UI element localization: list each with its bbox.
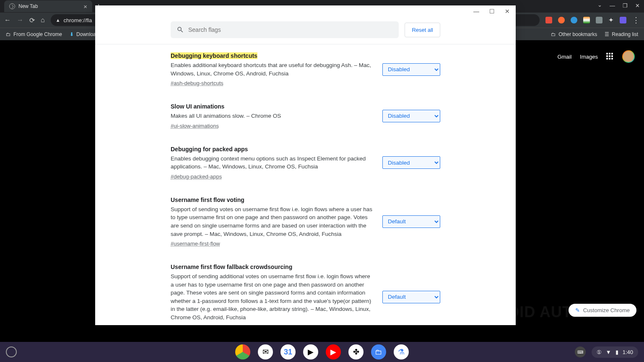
dropdown-icon[interactable]: ⌄ xyxy=(597,2,602,8)
panel-close-button[interactable]: ✕ xyxy=(503,7,512,16)
folder-icon: 🗀 xyxy=(6,31,11,37)
flag-select[interactable]: DefaultEnabledDisabled xyxy=(382,110,440,122)
search-box[interactable] xyxy=(171,21,399,38)
window-controls: ⌄ — ❐ ✕ xyxy=(597,3,640,9)
flag-control: DefaultEnabledDisabled xyxy=(382,103,440,129)
flag-description: Support of sending votes on username fir… xyxy=(171,205,372,238)
flag-text: Debugging keyboard shortcutsEnables addi… xyxy=(171,52,372,87)
flag-title: Debugging for packed apps xyxy=(171,146,248,153)
app-chrome[interactable] xyxy=(235,344,250,359)
app-youtube[interactable]: ▶ xyxy=(326,344,341,359)
flag-item: Username first flow fallback crowdsourci… xyxy=(171,263,440,325)
customize-chrome-button[interactable]: ✎ Customize Chrome xyxy=(569,304,636,317)
images-link[interactable]: Images xyxy=(580,54,598,60)
profile-avatar[interactable] xyxy=(622,50,635,63)
ext-icon-6[interactable] xyxy=(620,17,626,23)
flag-title: Username first flow fallback crowdsourci… xyxy=(171,264,292,270)
bookmark-label: From Google Chrome xyxy=(13,31,62,37)
nav-buttons: ← → ⟳ ⌂ xyxy=(4,16,45,24)
flag-hash-link[interactable]: #ui-slow-animations xyxy=(171,123,219,129)
flag-hash-link[interactable]: #username-first-flow-fallback-crowdsourc… xyxy=(171,324,277,325)
globe-icon xyxy=(9,3,15,9)
ext-icon-4[interactable] xyxy=(583,17,590,23)
flag-item: Username first flow votingSupport of sen… xyxy=(171,196,440,247)
close-window-button[interactable]: ✕ xyxy=(635,3,640,9)
bookmark-other[interactable]: 🗀 Other bookmarks xyxy=(551,31,597,37)
flag-item: Slow UI animationsMakes all UI animation… xyxy=(171,103,440,129)
reset-all-button[interactable]: Reset all xyxy=(405,23,440,37)
browser-tab[interactable]: New Tab × xyxy=(4,0,92,12)
folder-icon: 🗀 xyxy=(551,31,556,37)
search-icon xyxy=(177,26,184,34)
flag-item: Debugging keyboard shortcutsEnables addi… xyxy=(171,52,440,87)
bookmark-label: Reading list xyxy=(612,31,638,37)
back-button[interactable]: ← xyxy=(4,16,11,24)
app-photos[interactable]: ✤ xyxy=(348,344,364,359)
battery-icon: ▮ xyxy=(615,349,618,355)
flag-control: DefaultEnabledDisabled xyxy=(382,145,440,180)
flag-description: Makes all UI animations slow. – Chrome O… xyxy=(171,112,372,120)
app-flask[interactable]: ⚗ xyxy=(394,344,409,359)
flag-select[interactable]: DefaultEnabledDisabled xyxy=(382,156,440,169)
flag-description: Enables additional keyboard shortcuts th… xyxy=(171,61,372,78)
tab-close-button[interactable]: × xyxy=(83,3,87,10)
app-gmail[interactable]: ✉ xyxy=(258,344,273,359)
bookmark-label: Other bookmarks xyxy=(558,31,597,37)
restore-button[interactable]: ❐ xyxy=(623,3,628,9)
panel-minimize-button[interactable]: — xyxy=(472,7,481,16)
apps-icon[interactable] xyxy=(606,53,614,60)
wifi-icon: ▼ xyxy=(606,349,611,355)
launcher-button[interactable] xyxy=(6,346,17,357)
shelf-apps: ✉ 31 ▶ ▶ ✤ 🗀 ⚗ xyxy=(235,344,409,359)
ntp-links: Gmail Images xyxy=(557,50,635,63)
extensions-icon[interactable]: ✦ xyxy=(608,16,614,24)
home-button[interactable]: ⌂ xyxy=(41,16,45,24)
flag-select[interactable]: DefaultEnabledDisabled xyxy=(382,291,440,303)
flag-control: DefaultEnabledDisabled xyxy=(382,263,440,325)
flag-hash-link[interactable]: #debug-packed-apps xyxy=(171,173,222,180)
search-input[interactable] xyxy=(188,26,393,33)
shelf: ✉ 31 ▶ ▶ ✤ 🗀 ⚗ ⌨ ① ▼ ▮ 1:40 xyxy=(0,342,644,362)
status-tray[interactable]: ① ▼ ▮ 1:40 xyxy=(592,346,638,358)
tab-title: New Tab xyxy=(18,3,38,9)
panel-maximize-button[interactable]: ☐ xyxy=(488,7,496,16)
flag-select[interactable]: DefaultEnabledDisabled xyxy=(382,63,440,76)
customize-label: Customize Chrome xyxy=(583,307,630,313)
toolbar-right: ✦ xyxy=(545,16,640,25)
flag-description: Support of sending additional votes on u… xyxy=(171,272,372,321)
app-calendar[interactable]: 31 xyxy=(280,344,296,359)
ext-icon-3[interactable] xyxy=(571,17,577,23)
ext-icon-1[interactable] xyxy=(545,17,552,23)
minimize-button[interactable]: — xyxy=(610,3,615,9)
app-files[interactable]: 🗀 xyxy=(371,344,386,359)
app-meet[interactable]: ▶ xyxy=(303,344,318,359)
bookmark-reading[interactable]: ☰ Reading list xyxy=(605,31,638,37)
flag-item: Debugging for packed appsEnables debuggi… xyxy=(171,145,440,180)
flag-text: Slow UI animationsMakes all UI animation… xyxy=(171,103,372,129)
pencil-icon: ✎ xyxy=(575,307,580,313)
reload-button[interactable]: ⟳ xyxy=(29,16,35,24)
flags-list[interactable]: Debugging keyboard shortcutsEnables addi… xyxy=(95,44,516,325)
gmail-link[interactable]: Gmail xyxy=(557,54,571,60)
flag-text: Debugging for packed appsEnables debuggi… xyxy=(171,145,372,180)
flag-title: Username first flow voting xyxy=(171,197,244,203)
flag-title: Debugging keyboard shortcuts xyxy=(171,52,257,59)
ime-button[interactable]: ⌨ xyxy=(575,346,586,357)
ext-icon-2[interactable] xyxy=(558,17,565,23)
ext-icon-5[interactable] xyxy=(596,17,602,23)
flag-title: Slow UI animations xyxy=(171,103,224,110)
flag-text: Username first flow votingSupport of sen… xyxy=(171,196,372,247)
download-icon: ⬇ xyxy=(70,31,74,37)
bookmark-chrome[interactable]: 🗀 From Google Chrome xyxy=(6,31,62,37)
flag-select[interactable]: DefaultEnabledDisabled xyxy=(382,215,440,228)
list-icon: ☰ xyxy=(605,31,609,37)
clock: 1:40 xyxy=(623,349,633,355)
forward-button[interactable]: → xyxy=(17,16,23,24)
site-info-icon[interactable]: ▲ xyxy=(56,18,60,23)
flags-panel: — ☐ ✕ Reset all Debugging keyboard short… xyxy=(95,5,516,325)
menu-button[interactable] xyxy=(632,16,640,25)
flag-hash-link[interactable]: #username-first-flow xyxy=(171,240,220,247)
flags-header: Reset all xyxy=(95,17,516,44)
flag-hash-link[interactable]: #ash-debug-shortcuts xyxy=(171,80,223,86)
flag-control: DefaultEnabledDisabled xyxy=(382,52,440,87)
